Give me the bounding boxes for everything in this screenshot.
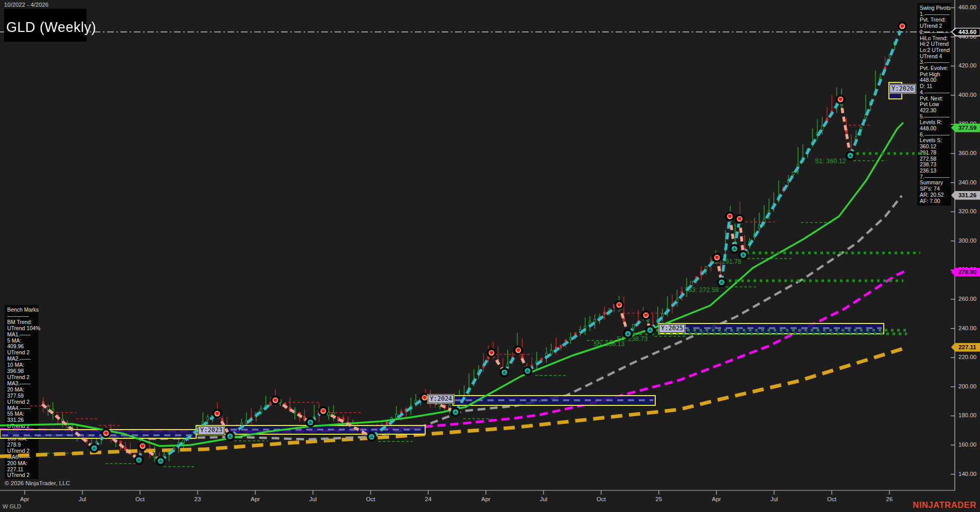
copyright-label: © 2026 NinjaTrader, LLC xyxy=(5,480,70,486)
time-tick-label: 23 xyxy=(195,496,201,502)
price-tick-label: 220.00 xyxy=(958,354,976,360)
time-tick-label: 26 xyxy=(886,496,893,502)
price-marker-value: 227.11 xyxy=(951,343,980,352)
price-marker-value: 278.90 xyxy=(951,268,980,277)
price-tick-label: 260.00 xyxy=(958,296,976,302)
time-tick-label: Oct xyxy=(827,496,836,502)
price-tick-label: 460.00 xyxy=(958,4,976,10)
price-marker-value: 377.59 xyxy=(951,124,980,132)
price-tick-label: 400.00 xyxy=(958,92,976,98)
time-tick-label: Jul xyxy=(771,496,778,502)
year-box-tag-2023[interactable]: Y:2023 xyxy=(198,426,224,435)
time-tick-label: Apr xyxy=(481,496,491,502)
time-tick-label: Apr xyxy=(251,496,260,502)
axes xyxy=(0,0,955,494)
price-marker-value: 331.26 xyxy=(951,191,980,200)
ma100-magenta-line xyxy=(0,271,904,432)
time-tick-label: 24 xyxy=(425,496,432,502)
price-tick-label: 420.00 xyxy=(958,62,976,69)
price-marker-278.90: 278.90 xyxy=(951,268,980,277)
price-tick-label: 200.00 xyxy=(958,383,976,389)
time-tick-label: Jul xyxy=(79,496,86,502)
chart-window: Swing Pivots1.--------------Pvt. Trend:U… xyxy=(0,0,980,512)
price-marker-227.11: 227.11 xyxy=(951,343,980,352)
symbol-title: GLD (Weekly) xyxy=(6,20,96,36)
time-tick-label: Apr xyxy=(20,496,29,502)
time-tick-label: Oct xyxy=(597,496,606,502)
time-tick-label: 25 xyxy=(656,496,662,502)
price-tick-label: 140.00 xyxy=(958,471,976,477)
ninjatrader-logo: NINJATRADER xyxy=(913,500,976,510)
time-tick-label: Oct xyxy=(366,496,375,502)
time-tick-label: Jul xyxy=(309,496,317,502)
time-tick-label: Jul xyxy=(540,496,548,502)
price-tick-label: 360.00 xyxy=(958,150,976,156)
chart-canvas[interactable] xyxy=(0,0,980,512)
time-tick-label: Oct xyxy=(135,496,145,502)
price-marker-443.60: 443.60 xyxy=(951,28,980,37)
price-tick-label: 180.00 xyxy=(958,412,976,418)
price-marker-value: 443.60 xyxy=(952,28,980,36)
year-box-tag-2024[interactable]: Y:2024 xyxy=(428,395,454,403)
series-watermark: W GLD xyxy=(3,503,21,509)
price-marker-331.26: 331.26 xyxy=(951,191,980,200)
year-box-tag-2026[interactable]: Y:2026 xyxy=(889,84,916,93)
date-range-label: 10/2022 - 4/2026 xyxy=(4,2,48,8)
price-tick-label: 160.00 xyxy=(958,441,976,448)
symbol-title-box: GLD (Weekly) xyxy=(4,9,86,42)
price-tick-label: 300.00 xyxy=(958,237,976,244)
price-marker-377.59: 377.59 xyxy=(951,124,980,132)
time-tick-label: Apr xyxy=(712,496,721,502)
year-box-tag-2025[interactable]: Y:2025 xyxy=(659,324,685,333)
price-tick-label: 320.00 xyxy=(958,208,976,214)
price-tick-label: 340.00 xyxy=(958,179,976,185)
price-tick-label: 240.00 xyxy=(958,325,976,331)
